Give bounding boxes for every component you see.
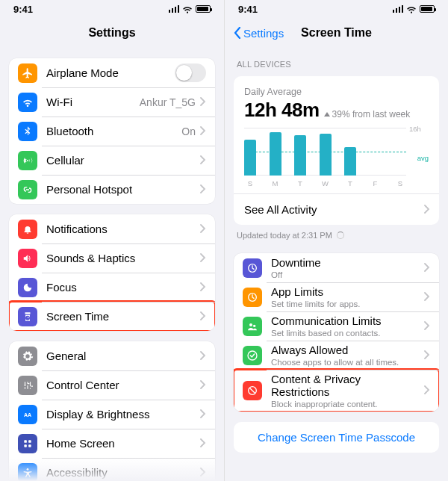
chevron-right-icon — [200, 252, 206, 264]
bluetooth-value: On — [181, 125, 196, 137]
chart-day-label: F — [370, 179, 382, 187]
chevron-right-icon — [424, 262, 430, 274]
row-subtitle: Set time limits for apps. — [271, 300, 420, 308]
row-label: Personal Hotspot — [46, 183, 132, 196]
row-notifications[interactable]: Notifications — [9, 214, 215, 243]
status-time: 9:41 — [238, 4, 258, 15]
chart-day-label: T — [294, 179, 306, 187]
chevron-right-icon — [200, 223, 206, 235]
group-network: Airplane Mode Wi-Fi Ankur T_5G Bluetooth… — [9, 58, 215, 204]
sounds-icon — [18, 249, 37, 268]
notifications-icon — [18, 220, 37, 239]
svg-rect-3 — [24, 444, 27, 447]
row-label: Display & Brightness — [46, 408, 149, 421]
airplane-toggle[interactable] — [175, 63, 206, 82]
delta-text: 39% from last week — [332, 109, 411, 120]
row-wifi[interactable]: Wi-Fi Ankur T_5G — [9, 87, 215, 117]
see-all-activity[interactable]: See All Activity — [234, 193, 439, 217]
hotspot-icon — [18, 180, 37, 199]
display-icon: AA — [18, 405, 37, 424]
chart-bar — [244, 140, 256, 176]
settings-list[interactable]: Airplane Mode Wi-Fi Ankur T_5G Bluetooth… — [0, 48, 224, 481]
row-content[interactable]: Content & Privacy RestrictionsBlock inap… — [234, 370, 439, 412]
row-label: Downtime — [271, 256, 420, 269]
row-label: Notifications — [46, 223, 108, 235]
chart-ylabel-max: 16h — [409, 125, 421, 133]
applimits-icon — [243, 288, 262, 307]
row-label: Bluetooth — [46, 125, 93, 137]
accessibility-icon — [18, 463, 37, 482]
row-bluetooth[interactable]: Bluetooth On — [9, 117, 215, 146]
back-button[interactable]: Settings — [234, 18, 284, 48]
chart-bar — [270, 132, 281, 176]
row-label: Wi-Fi — [46, 96, 72, 108]
spinner-icon — [337, 232, 344, 239]
row-always[interactable]: Always AllowedChoose apps to allow at al… — [234, 341, 439, 370]
comm-icon — [243, 317, 262, 336]
row-downtime[interactable]: DowntimeOff — [234, 253, 439, 282]
chevron-right-icon — [200, 379, 206, 391]
row-sounds-haptics[interactable]: Sounds & Haptics — [9, 243, 215, 273]
chevron-right-icon — [424, 291, 430, 303]
chart-day-label: M — [270, 179, 281, 187]
row-home-screen[interactable]: Home Screen — [9, 429, 215, 458]
row-cellular[interactable]: Cellular — [9, 146, 215, 175]
change-passcode[interactable]: Change Screen Time Passcode — [234, 422, 439, 453]
section-header: ALL DEVICES — [234, 48, 439, 72]
svg-point-10 — [253, 324, 255, 326]
svg-point-9 — [249, 323, 252, 326]
updated-line: Updated today at 2:31 PM — [234, 225, 439, 243]
gear-icon — [18, 347, 37, 366]
chart-avg-label: avg — [417, 154, 429, 162]
row-accessibility[interactable]: Accessibility — [9, 458, 215, 481]
wifi-icon — [182, 5, 193, 13]
chart-day-label: T — [344, 179, 356, 187]
always-icon — [243, 346, 262, 365]
chart-day-label: W — [320, 179, 332, 187]
row-subtitle: Off — [271, 270, 420, 279]
row-applimits[interactable]: App LimitsSet time limits for apps. — [234, 282, 439, 311]
status-icons — [169, 5, 211, 13]
cellular-signal-icon — [393, 5, 404, 13]
nav-bar: Settings Screen Time — [225, 18, 448, 48]
wifi-value: Ankur T_5G — [140, 96, 196, 108]
chart-bar — [344, 147, 356, 176]
row-screen-time[interactable]: Screen Time — [9, 302, 215, 331]
chevron-left-icon — [234, 27, 241, 39]
chart-bar — [294, 135, 306, 176]
row-airplane-mode[interactable]: Airplane Mode — [9, 58, 215, 87]
group-general: General Control Center AA Display & Brig… — [9, 341, 215, 481]
row-label: Screen Time — [46, 310, 109, 323]
downtime-icon — [243, 258, 262, 278]
chevron-right-icon — [200, 96, 206, 108]
summary-delta: 39% from last week — [324, 109, 411, 120]
row-display-brightness[interactable]: AA Display & Brightness — [9, 400, 215, 429]
group-attention: Notifications Sounds & Haptics Focus Scr… — [9, 214, 215, 331]
row-label: Communication Limits — [271, 314, 420, 327]
battery-icon — [196, 5, 211, 13]
status-bar: 9:41 — [0, 0, 224, 18]
row-comm[interactable]: Communication LimitsSet limits based on … — [234, 311, 439, 341]
screen-time-content[interactable]: ALL DEVICES Daily Average 12h 48m 39% fr… — [225, 48, 448, 481]
row-label: Airplane Mode — [46, 66, 119, 79]
svg-point-11 — [248, 351, 257, 360]
chevron-right-icon — [424, 320, 430, 332]
chevron-right-icon — [200, 155, 206, 167]
row-subtitle: Block inappropriate content. — [271, 400, 420, 409]
row-focus[interactable]: Focus — [9, 273, 215, 302]
row-personal-hotspot[interactable]: Personal Hotspot — [9, 175, 215, 204]
row-label: General — [46, 350, 86, 362]
chevron-right-icon — [424, 385, 430, 397]
wifi-icon — [18, 93, 37, 112]
chevron-right-icon — [200, 467, 206, 479]
chevron-right-icon — [200, 282, 206, 294]
settings-screen: 9:41 Settings Airplane Mode Wi-Fi Ankur … — [0, 0, 224, 481]
page-title: Settings — [88, 26, 135, 40]
cellular-icon — [18, 151, 37, 170]
row-general[interactable]: General — [9, 341, 215, 370]
daily-average-card[interactable]: Daily Average 12h 48m 39% from last week… — [234, 76, 439, 225]
row-control-center[interactable]: Control Center — [9, 370, 215, 400]
bluetooth-icon — [18, 122, 37, 141]
row-label: Always Allowed — [271, 344, 420, 356]
chart-bar — [320, 134, 332, 176]
